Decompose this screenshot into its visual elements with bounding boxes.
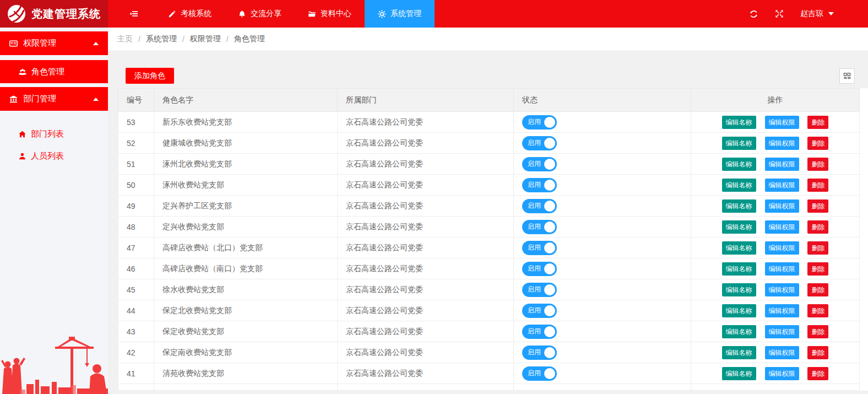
status-toggle[interactable]: 启用: [522, 220, 557, 234]
breadcrumb-separator: /: [138, 35, 140, 44]
edit-permission-button[interactable]: 编辑权限: [765, 241, 799, 255]
table-row: 47 高碑店收费站（北口）党支部 京石高速公路公司党委 启用 编辑名称 编辑权限…: [118, 238, 860, 258]
status-toggle-knob: [544, 347, 555, 358]
edit-permission-button[interactable]: 编辑权限: [765, 262, 799, 276]
delete-button[interactable]: 删除: [807, 304, 828, 317]
cell-role-name: 高碑店收费站（南口）党支部: [154, 258, 338, 279]
edit-name-button[interactable]: 编辑名称: [722, 220, 756, 234]
delete-button[interactable]: 删除: [807, 137, 828, 150]
edit-name-button[interactable]: 编辑名称: [722, 199, 756, 213]
edit-name-button[interactable]: 编辑名称: [722, 241, 756, 255]
status-toggle-knob: [544, 368, 555, 379]
nav-item-materials[interactable]: 资料中心: [295, 0, 365, 28]
edit-name-button[interactable]: 编辑名称: [722, 137, 756, 150]
edit-name-button[interactable]: 编辑名称: [722, 367, 756, 380]
status-toggle[interactable]: 启用: [522, 283, 557, 297]
sidebar-item-role-management[interactable]: 角色管理: [0, 60, 108, 83]
edit-name-button[interactable]: 编辑名称: [722, 304, 756, 317]
edit-name-button[interactable]: 编辑名称: [722, 262, 756, 276]
status-toggle[interactable]: 启用: [522, 366, 557, 381]
delete-button[interactable]: 删除: [807, 283, 828, 296]
sidebar-collapse-button[interactable]: [108, 0, 155, 28]
status-toggle-knob: [544, 305, 555, 316]
status-toggle-knob: [544, 284, 555, 295]
column-filter-button[interactable]: [839, 68, 855, 84]
cell-id: 41: [118, 363, 154, 384]
nav-item-system[interactable]: 系统管理: [365, 0, 435, 28]
status-toggle[interactable]: 启用: [522, 199, 557, 213]
status-toggle-label: 启用: [528, 117, 541, 127]
status-toggle[interactable]: 启用: [522, 136, 557, 150]
sidebar-group-permission[interactable]: 权限管理: [0, 31, 108, 55]
edit-permission-button[interactable]: 编辑权限: [765, 116, 799, 129]
nav-item-assessment[interactable]: 考核系统: [155, 0, 225, 28]
nav-item-share[interactable]: 交流分享: [225, 0, 295, 28]
status-toggle[interactable]: 启用: [522, 241, 557, 255]
edit-permission-button[interactable]: 编辑权限: [765, 367, 799, 380]
delete-button[interactable]: 删除: [807, 158, 828, 171]
delete-button[interactable]: 删除: [807, 199, 828, 213]
delete-button[interactable]: 删除: [807, 220, 828, 234]
user-menu[interactable]: 赵吉琼: [800, 9, 834, 19]
edit-name-button[interactable]: 编辑名称: [722, 158, 756, 171]
cell-department: 京石高速公路公司党委: [338, 175, 514, 196]
status-toggle[interactable]: 启用: [522, 262, 557, 276]
edit-permission-button[interactable]: 编辑权限: [765, 137, 799, 150]
delete-button[interactable]: 删除: [807, 367, 828, 380]
delete-button[interactable]: 删除: [807, 325, 828, 338]
status-toggle[interactable]: 启用: [522, 157, 557, 171]
table-header-row: 编号 角色名字 所属部门 状态 操作: [118, 89, 860, 112]
status-toggle-knob: [544, 201, 555, 212]
sidebar-item-department-list[interactable]: 部门列表: [0, 123, 108, 145]
cell-department: 京石高速公路公司党委: [338, 154, 514, 175]
edit-name-button[interactable]: 编辑名称: [722, 179, 756, 192]
edit-name-button[interactable]: 编辑名称: [722, 283, 756, 296]
status-toggle[interactable]: 启用: [522, 115, 557, 129]
app-title: 党建管理系统: [31, 7, 101, 21]
status-toggle[interactable]: 启用: [522, 304, 557, 318]
nav-right-group: 赵吉琼: [749, 0, 868, 28]
sidebar-item-label: 角色管理: [31, 67, 64, 77]
edit-permission-button[interactable]: 编辑权限: [765, 158, 799, 171]
cell-status: 启用: [514, 175, 691, 196]
fullscreen-button[interactable]: [775, 9, 784, 18]
edit-permission-button[interactable]: 编辑权限: [765, 283, 799, 296]
refresh-button[interactable]: [749, 9, 758, 19]
cell-role-name: 涿州北收费站党支部: [154, 154, 338, 175]
add-role-button[interactable]: 添加角色: [126, 68, 174, 84]
delete-button[interactable]: 删除: [807, 241, 828, 255]
cell-actions: 编辑名称 编辑权限 删除: [691, 342, 860, 363]
delete-button[interactable]: 删除: [807, 116, 828, 129]
edit-permission-button[interactable]: 编辑权限: [765, 346, 799, 359]
cell-department: 京石高速公路公司党委: [338, 196, 514, 217]
edit-permission-button[interactable]: 编辑权限: [765, 199, 799, 213]
edit-permission-button[interactable]: 编辑权限: [765, 179, 799, 192]
edit-name-button[interactable]: 编辑名称: [722, 346, 756, 359]
sidebar-group-department[interactable]: 部门管理: [0, 87, 108, 111]
status-toggle[interactable]: 启用: [522, 178, 557, 192]
folder-icon: [308, 10, 316, 18]
cell-status: 启用: [514, 300, 691, 321]
status-toggle[interactable]: 启用: [522, 346, 557, 360]
status-toggle-label: 启用: [528, 243, 541, 252]
edit-name-button[interactable]: 编辑名称: [722, 116, 756, 129]
bell-icon: [238, 10, 246, 18]
delete-button[interactable]: 删除: [807, 262, 828, 276]
breadcrumb-home[interactable]: 主页: [117, 34, 133, 44]
sidebar-item-personnel-list[interactable]: 人员列表: [0, 145, 108, 167]
edit-permission-button[interactable]: 编辑权限: [765, 220, 799, 234]
cell-id: 48: [118, 217, 154, 238]
cell-id: 47: [118, 238, 154, 258]
delete-button[interactable]: 删除: [807, 346, 828, 359]
cell-actions: 编辑名称 编辑权限 删除: [691, 196, 860, 217]
main-content: 添加角色 编号: [108, 51, 868, 394]
breadcrumb-system-management[interactable]: 系统管理: [146, 34, 177, 44]
cell-actions: 编辑名称 编辑权限 删除: [691, 238, 860, 258]
breadcrumb-permission-management[interactable]: 权限管理: [190, 34, 221, 44]
edit-permission-button[interactable]: 编辑权限: [765, 325, 799, 338]
status-toggle[interactable]: 启用: [522, 325, 557, 339]
delete-button[interactable]: 删除: [807, 179, 828, 192]
edit-permission-button[interactable]: 编辑权限: [765, 304, 799, 317]
edit-name-button[interactable]: 编辑名称: [722, 325, 756, 338]
cell-status: 启用: [514, 279, 691, 300]
